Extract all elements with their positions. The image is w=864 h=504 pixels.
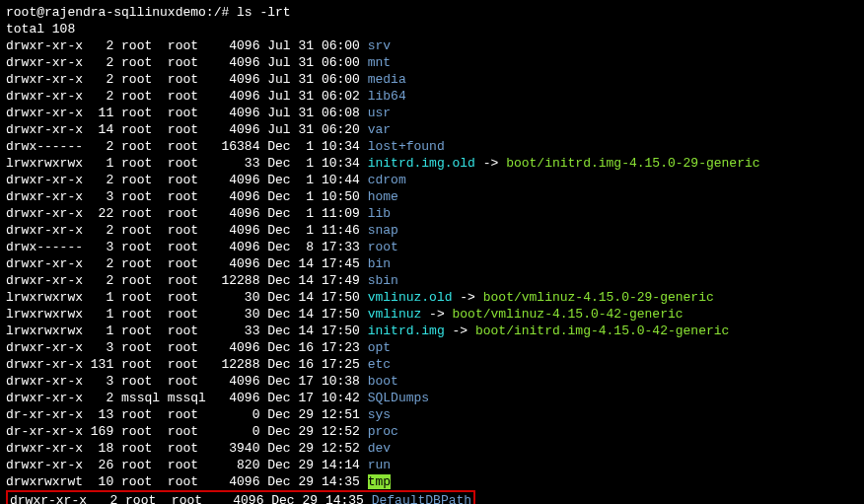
file-size: 4096 [214, 89, 260, 104]
file-size: 0 [214, 407, 260, 422]
link-count: 131 [83, 357, 113, 372]
file-size: 4096 [214, 72, 260, 87]
file-owner: root [113, 407, 160, 422]
file-permissions: drwxr-xr-x [6, 173, 83, 187]
file-permissions: drwxr-xr-x [6, 206, 83, 221]
file-group: root [160, 290, 214, 305]
total-line: total 108 [6, 22, 75, 36]
link-count: 1 [83, 307, 113, 322]
file-date: Dec 1 11:09 [259, 206, 367, 221]
file-entry: drwxr-xr-x 3 root root 4096 Dec 16 17:23… [6, 339, 858, 356]
file-size: 4096 [214, 173, 260, 187]
prompt-line: root@rajendra-sqllinuxdemo:/# ls -lrt [6, 4, 858, 21]
file-name: sbin [368, 273, 398, 288]
file-group: root [160, 72, 214, 87]
file-name: cdrom [368, 173, 406, 187]
link-count: 1 [83, 290, 113, 305]
file-date: Jul 31 06:00 [259, 72, 367, 87]
file-date: Dec 16 17:23 [259, 340, 367, 355]
file-name: dev [368, 441, 391, 456]
symlink-target: boot/vmlinuz-4.15.0-42-generic [453, 307, 684, 322]
file-name: vmlinuz [368, 307, 422, 322]
file-name: run [368, 458, 391, 472]
file-entry: drwxr-xr-x 131 root root 12288 Dec 16 17… [6, 356, 858, 373]
file-owner: root [113, 89, 160, 104]
file-size: 4096 [214, 340, 260, 355]
file-entry: lrwxrwxrwx 1 root root 30 Dec 14 17:50 v… [6, 306, 858, 323]
link-count: 2 [83, 256, 113, 271]
file-owner: root [113, 72, 160, 87]
file-entry: drwxr-xr-x 2 root root 4096 Jul 31 06:00… [6, 71, 858, 88]
file-owner: root [113, 122, 160, 137]
file-date: Dec 1 10:44 [259, 173, 367, 187]
file-owner: root [113, 55, 160, 70]
file-permissions: drwxr-xr-x [6, 458, 83, 472]
file-permissions: drwxr-xr-x [6, 106, 83, 120]
file-group: root [160, 256, 214, 271]
file-group: root [160, 424, 214, 439]
file-owner: root [113, 474, 160, 489]
file-entry: drwxr-xr-x 2 root root 4096 Dec 14 17:45… [6, 255, 858, 272]
file-size: 30 [214, 290, 260, 305]
file-group: root [160, 273, 214, 288]
link-count: 22 [83, 206, 113, 221]
file-size: 30 [214, 307, 260, 322]
file-group: root [160, 458, 214, 472]
file-size: 12288 [214, 357, 260, 372]
symlink-target: boot/initrd.img-4.15.0-42-generic [475, 324, 729, 338]
file-name: root [368, 240, 398, 254]
link-count: 14 [83, 122, 113, 137]
link-count: 3 [83, 374, 113, 389]
link-count: 2 [83, 273, 113, 288]
file-owner: root [113, 206, 160, 221]
file-date: Dec 29 14:35 [259, 474, 367, 489]
file-name: bin [368, 256, 391, 271]
file-owner: root [113, 307, 160, 322]
file-size: 0 [214, 424, 260, 439]
file-name: vmlinuz.old [368, 290, 453, 305]
file-group: root [160, 189, 214, 204]
file-name: var [368, 122, 391, 137]
file-entry: drwxr-xr-x 2 root root 4096 Jul 31 06:00… [6, 54, 858, 71]
link-count: 169 [83, 424, 113, 439]
file-permissions: drwxr-xr-x [6, 441, 83, 456]
file-name: lib [368, 206, 391, 221]
file-group: root [160, 223, 214, 238]
file-date: Dec 14 17:50 [259, 324, 367, 338]
file-owner: root [113, 256, 160, 271]
file-owner: root [113, 38, 160, 53]
symlink-arrow: -> [475, 156, 506, 171]
file-size: 4096 [214, 189, 260, 204]
link-count: 13 [83, 407, 113, 422]
symlink-arrow: -> [453, 290, 483, 305]
output-line: total 108 [6, 21, 858, 37]
file-entry: lrwxrwxrwx 1 root root 33 Dec 14 17:50 i… [6, 323, 858, 339]
file-permissions: drwxr-xr-x [6, 223, 83, 238]
file-size: 4096 [214, 38, 260, 53]
file-owner: root [113, 324, 160, 338]
file-entry: drwxr-xr-x 2 root root 4096 Jul 31 06:02… [6, 88, 858, 105]
symlink-target: boot/vmlinuz-4.15.0-29-generic [483, 290, 714, 305]
file-permissions: drwx------ [6, 139, 83, 154]
file-permissions: drwxrwxrwt [6, 474, 83, 489]
terminal-output[interactable]: root@rajendra-sqllinuxdemo:/# ls -lrttot… [6, 4, 858, 504]
link-count: 2 [83, 55, 113, 70]
link-count: 2 [83, 173, 113, 187]
file-entry: drwxr-xr-x 3 root root 4096 Dec 1 10:50 … [6, 188, 858, 205]
file-name: lib64 [368, 89, 406, 104]
file-permissions: dr-xr-xr-x [6, 407, 83, 422]
file-name: media [368, 72, 406, 87]
file-permissions: drwxr-xr-x [6, 391, 83, 405]
file-permissions: drwxr-xr-x [6, 273, 83, 288]
file-group: root [160, 307, 214, 322]
file-group: root [160, 374, 214, 389]
file-entry: drwxr-xr-x 2 root root 4096 Dec 1 10:44 … [6, 172, 858, 188]
file-name: usr [368, 106, 391, 120]
file-permissions: lrwxrwxrwx [6, 324, 83, 338]
file-size: 4096 [214, 122, 260, 137]
file-name: home [368, 189, 398, 204]
file-entry: drwx------ 3 root root 4096 Dec 8 17:33 … [6, 239, 858, 255]
file-owner: root [113, 223, 160, 238]
file-permissions: drwxr-xr-x [6, 55, 83, 70]
file-size: 4096 [214, 206, 260, 221]
